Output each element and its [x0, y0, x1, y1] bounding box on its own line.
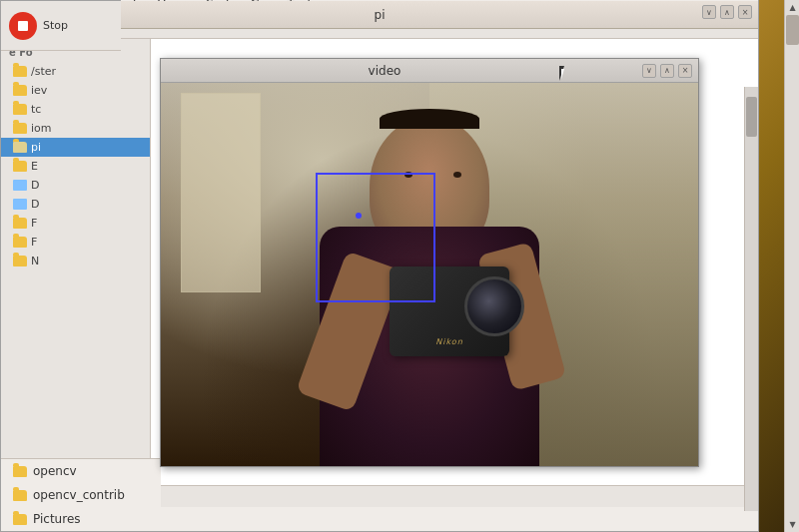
scroll-up-arrow[interactable]: ▲ — [785, 0, 799, 15]
file-icon — [13, 180, 27, 191]
video-maximize-btn[interactable]: ∧ — [660, 64, 674, 78]
camera-brand-label: Nikon — [435, 337, 463, 346]
stop-area: Stop — [1, 1, 121, 51]
video-titlebar: video ∨ ∧ × — [161, 59, 698, 83]
sidebar-item-pi[interactable]: pi — [1, 138, 150, 157]
video-minimize-btn[interactable]: ∨ — [642, 64, 656, 78]
video-close-btn[interactable]: × — [678, 64, 692, 78]
folder-icon — [13, 237, 27, 248]
sidebar-item-system[interactable]: /ster — [1, 62, 150, 81]
folder-icon — [13, 161, 27, 172]
folder-opencv-label: opencv — [33, 464, 77, 478]
folder-opencv-contrib[interactable]: opencv_contrib — [1, 483, 161, 507]
folder-opencv[interactable]: opencv — [1, 459, 161, 483]
sidebar-item-tc[interactable]: tc — [1, 100, 150, 119]
folder-icon — [13, 490, 27, 501]
sidebar-item-d1[interactable]: D — [1, 176, 150, 195]
folder-icon — [13, 104, 27, 115]
video-content: Nikon — [161, 83, 698, 466]
folder-icon — [13, 466, 27, 477]
folder-icon — [13, 66, 27, 77]
right-eye — [453, 172, 461, 178]
sidebar-item-d2[interactable]: D — [1, 195, 150, 214]
sidebar-item-home[interactable]: iom — [1, 119, 150, 138]
folder-icon — [13, 142, 27, 153]
video-title: video — [167, 64, 602, 78]
stop-square-icon — [18, 21, 28, 31]
mouse-cursor — [559, 66, 571, 84]
background-window-light — [181, 93, 261, 292]
sidebar-item-f1[interactable]: F — [1, 214, 150, 233]
folder-icon — [13, 218, 27, 229]
scroll-thumb[interactable] — [786, 15, 799, 45]
eye-detection-dot — [356, 213, 362, 219]
fm-maximize-btn[interactable]: ∧ — [720, 5, 734, 19]
file-icon — [13, 199, 27, 210]
cursor-inner — [561, 69, 566, 79]
folder-icon — [13, 123, 27, 134]
scroll-down-arrow[interactable]: ▼ — [785, 517, 799, 532]
folder-pictures[interactable]: Pictures — [1, 507, 161, 531]
sidebar-item-e[interactable]: E — [1, 157, 150, 176]
video-window: video ∨ ∧ × — [160, 58, 699, 467]
fm-minimize-btn[interactable]: ∨ — [702, 5, 716, 19]
stop-icon[interactable] — [9, 12, 37, 40]
sidebar-item-n[interactable]: N — [1, 252, 150, 270]
sidebar-item-ev[interactable]: iev — [1, 81, 150, 100]
scrollbar-thumb[interactable] — [746, 97, 757, 137]
video-frame: Nikon — [161, 83, 698, 466]
file-manager-title: pi — [375, 8, 386, 22]
fm-close-btn2[interactable]: × — [738, 5, 752, 19]
face-detection-rect — [316, 173, 435, 302]
outer-scrollbar[interactable]: ▲ ▼ — [784, 0, 799, 532]
folder-opencv-contrib-label: opencv_contrib — [33, 488, 125, 502]
camera-lens — [464, 276, 524, 336]
sidebar-scrollbar[interactable] — [744, 87, 758, 511]
fm-sidebar: e Fo /ster iev tc iom pi — [1, 39, 151, 485]
sidebar-item-f2[interactable]: F — [1, 233, 150, 252]
bottom-folders: opencv opencv_contrib Pictures — [1, 458, 161, 531]
hair — [380, 109, 479, 129]
folder-icon — [13, 256, 27, 266]
folder-pictures-label: Pictures — [33, 512, 81, 526]
stop-label[interactable]: Stop — [43, 19, 68, 32]
folder-icon — [13, 85, 27, 96]
folder-icon — [13, 514, 27, 525]
video-window-controls: ∨ ∧ × — [642, 64, 692, 78]
